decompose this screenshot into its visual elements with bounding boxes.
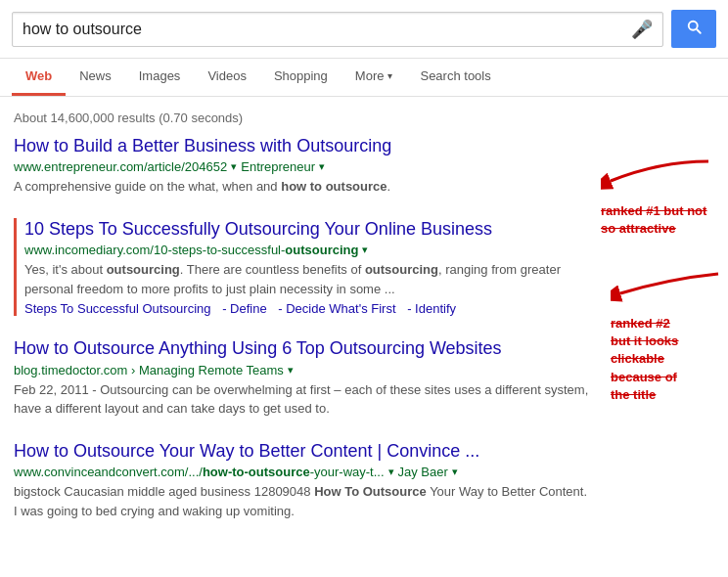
sitelink-decide[interactable]: Decide What's First xyxy=(286,301,395,316)
results-count: About 14,600,000 results (0.70 seconds) xyxy=(14,105,593,135)
search-button[interactable] xyxy=(671,10,716,48)
result-item-1: How to Build a Better Business with Outs… xyxy=(14,135,593,197)
results-content: About 14,600,000 results (0.70 seconds) … xyxy=(0,97,607,550)
result-url-2: www.incomediary.com/10-steps-to-successf… xyxy=(24,243,358,257)
result-url-arrow-1[interactable]: ▾ xyxy=(231,160,237,173)
result-url-1: www.entrepreneur.com/article/204652 xyxy=(14,159,227,174)
result-url-arrow-3[interactable]: ▾ xyxy=(288,364,294,377)
arrow-svg-1 xyxy=(601,152,718,200)
arrow-svg-2 xyxy=(611,264,728,313)
result-title-3[interactable]: How to Outsource Anything Using 6 Top Ou… xyxy=(14,337,593,360)
sitelink-identify[interactable]: Identify xyxy=(415,301,456,316)
result-title-4[interactable]: How to Outsource Your Way to Better Cont… xyxy=(14,440,593,463)
result-url-line-2: www.incomediary.com/10-steps-to-successf… xyxy=(24,243,593,257)
result-date-3: Feb 22, 2011 - xyxy=(14,382,97,397)
annotation-ranked-1: ranked #1 but notso attractive xyxy=(601,152,718,238)
result-source-arrow-4[interactable]: ▾ xyxy=(452,466,458,478)
result-item-4: How to Outsource Your Way to Better Cont… xyxy=(14,440,593,520)
search-bar: 🎤 xyxy=(0,0,728,59)
search-icon xyxy=(685,18,703,35)
result-url-arrow-2[interactable]: ▾ xyxy=(362,244,368,256)
tab-news[interactable]: News xyxy=(66,59,125,96)
tab-search-tools[interactable]: Search tools xyxy=(406,59,504,96)
result-title-2[interactable]: 10 Steps To Successfully Outsourcing You… xyxy=(24,218,593,241)
search-input-wrapper[interactable]: 🎤 xyxy=(12,12,663,47)
tab-more[interactable]: More ▾ xyxy=(341,59,407,96)
result-snippet-1: A comprehensive guide on the what, when … xyxy=(14,177,593,197)
annotation-2-text: ranked #2but it looksclickablebecause of… xyxy=(611,316,678,402)
result-sitelinks-2: Steps To Successful Outsourcing - Define… xyxy=(24,301,593,316)
result-snippet-4: bigstock Caucasian middle aged business … xyxy=(14,482,593,520)
annotation-ranked-2: ranked #2but it looksclickablebecause of… xyxy=(611,264,728,404)
tab-shopping[interactable]: Shopping xyxy=(260,59,341,96)
result-snippet-2: Yes, it's about outsourcing. There are c… xyxy=(24,260,593,298)
tab-images[interactable]: Images xyxy=(125,59,195,96)
result-url-4: www.convinceandconvert.com/.../how-to-ou… xyxy=(14,465,385,479)
result-url-line-3: blog.timedoctor.com › Managing Remote Te… xyxy=(14,363,593,377)
result-url-3: blog.timedoctor.com › Managing Remote Te… xyxy=(14,363,284,377)
more-dropdown-arrow: ▾ xyxy=(387,70,392,81)
sitelink-steps[interactable]: Steps To Successful Outsourcing xyxy=(24,301,211,316)
result-source-1: Entrepreneur xyxy=(241,159,315,174)
annotation-1-text: ranked #1 but notso attractive xyxy=(601,203,706,236)
result-url-line-4: www.convinceandconvert.com/.../how-to-ou… xyxy=(14,465,593,479)
nav-tabs: Web News Images Videos Shopping More ▾ S… xyxy=(0,59,728,97)
result-title-1[interactable]: How to Build a Better Business with Outs… xyxy=(14,135,593,157)
result-source-arrow-1[interactable]: ▾ xyxy=(319,160,325,173)
result-url-arrow-4[interactable]: ▾ xyxy=(388,466,394,478)
result-item-3: How to Outsource Anything Using 6 Top Ou… xyxy=(14,337,593,418)
search-input[interactable] xyxy=(23,21,625,38)
sitelink-define[interactable]: Define xyxy=(230,301,267,316)
result-source-4: Jay Baer xyxy=(398,465,448,479)
result-item-2: 10 Steps To Successfully Outsourcing You… xyxy=(14,218,593,316)
tab-videos[interactable]: Videos xyxy=(194,59,260,96)
page-wrapper: 🎤 Web News Images Videos Shopping More ▾… xyxy=(0,0,728,550)
tab-web[interactable]: Web xyxy=(12,59,66,96)
result-url-line-1: www.entrepreneur.com/article/204652 ▾ En… xyxy=(14,159,593,174)
mic-icon[interactable]: 🎤 xyxy=(631,19,653,40)
result-snippet-3: Feb 22, 2011 - Outsourcing can be overwh… xyxy=(14,380,593,419)
